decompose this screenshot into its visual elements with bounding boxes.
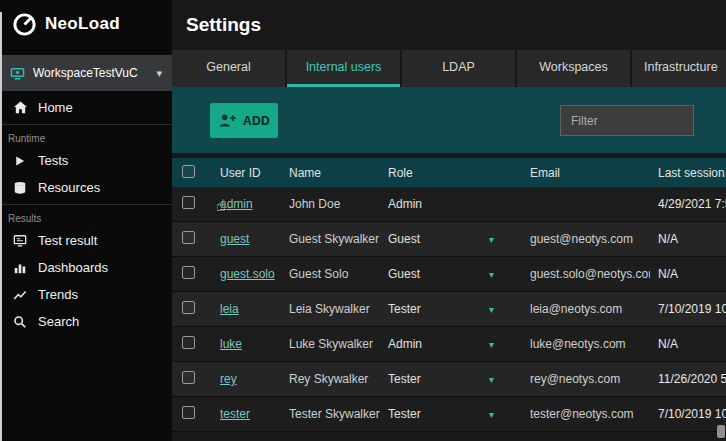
- sidebar-item-label: Dashboards: [38, 260, 108, 275]
- settings-tabs: General Internal users LDAP Workspaces I…: [172, 50, 726, 87]
- user-id-link[interactable]: rey: [220, 372, 237, 386]
- user-name: Rey Skywalker: [281, 372, 380, 386]
- role-value: Tester: [388, 372, 421, 386]
- column-header-last-session: Last session: [650, 166, 726, 180]
- sidebar-item-label: Home: [38, 100, 73, 115]
- last-session: N/A: [650, 337, 726, 351]
- table-row: tester Tester Skywalker Tester ▾ tester@…: [172, 397, 726, 432]
- user-id-link[interactable]: tester: [220, 407, 250, 421]
- user-id-link[interactable]: guest.solo: [220, 267, 275, 281]
- role-dropdown-icon[interactable]: ▾: [489, 269, 494, 280]
- search-icon: [12, 315, 28, 329]
- add-user-button[interactable]: ADD: [210, 103, 278, 138]
- sidebar-item-label: Search: [38, 314, 79, 329]
- user-name: Guest Solo: [281, 267, 380, 281]
- role-dropdown-icon[interactable]: ▾: [489, 304, 494, 315]
- role-value: Guest: [388, 232, 420, 246]
- user-id-link[interactable]: admin: [220, 197, 253, 211]
- workspace-icon: [10, 66, 25, 81]
- window-edge: [0, 12, 2, 441]
- table-row: rey Rey Skywalker Tester ▾ rey@neotys.co…: [172, 362, 726, 397]
- users-toolbar: ADD: [172, 87, 726, 153]
- user-email: luke@neotys.com: [522, 337, 650, 351]
- user-name: John Doe: [281, 197, 380, 211]
- role-value: Admin: [388, 197, 422, 211]
- sidebar-item-home[interactable]: Home: [0, 94, 172, 121]
- filter-input[interactable]: [560, 105, 694, 136]
- user-email: guest.solo@neotys.com: [522, 267, 650, 281]
- table-row: leia Leia Skywalker Tester ▾ leia@neotys…: [172, 292, 726, 327]
- last-session: N/A: [650, 232, 726, 246]
- app-logo-text: NeoLoad: [45, 14, 120, 34]
- row-checkbox[interactable]: [182, 406, 195, 419]
- user-name: Tester Skywalker: [281, 407, 380, 421]
- chevron-down-icon: ▾: [156, 67, 162, 80]
- app-logo: NeoLoad: [0, 0, 172, 48]
- sidebar-item-dashboards[interactable]: Dashboards: [0, 254, 172, 281]
- select-all-checkbox[interactable]: [182, 165, 195, 178]
- user-name: Leia Skywalker: [281, 302, 380, 316]
- table-header: User ID Name Role Email Last session: [172, 158, 726, 187]
- last-session: 7/10/2019 10:: [650, 302, 726, 316]
- section-label-runtime: Runtime: [0, 128, 172, 147]
- user-email: rey@neotys.com: [522, 372, 650, 386]
- sidebar-item-tests[interactable]: Tests: [0, 147, 172, 174]
- add-user-icon: [218, 113, 237, 128]
- tab-internal-users[interactable]: Internal users: [287, 50, 400, 87]
- tab-infrastructure[interactable]: Infrastructure: [632, 50, 726, 87]
- neoload-logo-icon: [12, 12, 37, 37]
- role-dropdown-icon[interactable]: ▾: [489, 374, 494, 385]
- user-id-link[interactable]: guest: [220, 232, 249, 246]
- sidebar-item-test-result[interactable]: Test result: [0, 227, 172, 254]
- page-header: Settings: [172, 0, 726, 50]
- sidebar-item-label: Trends: [38, 287, 78, 302]
- column-header-name: Name: [281, 166, 380, 180]
- user-email: leia@neotys.com: [522, 302, 650, 316]
- role-dropdown-icon[interactable]: ▾: [489, 339, 494, 350]
- table-row: luke Luke Skywalker Admin ▾ luke@neotys.…: [172, 327, 726, 362]
- user-email: guest@neotys.com: [522, 232, 650, 246]
- row-checkbox[interactable]: [182, 196, 195, 209]
- role-value: Tester: [388, 407, 421, 421]
- table-row: guest Guest Skywalker Guest ▾ guest@neot…: [172, 222, 726, 257]
- role-dropdown-icon[interactable]: ▾: [489, 234, 494, 245]
- row-checkbox[interactable]: [182, 231, 195, 244]
- user-id-link[interactable]: leia: [220, 302, 239, 316]
- user-id-link[interactable]: luke: [220, 337, 242, 351]
- last-session: 11/26/2020 5:: [650, 372, 726, 386]
- sidebar-item-resources[interactable]: Resources: [0, 174, 172, 201]
- tab-ldap[interactable]: LDAP: [402, 50, 515, 87]
- sidebar-item-label: Resources: [38, 180, 100, 195]
- sidebar: NeoLoad WorkspaceTestVuC ▾ Home Runtime: [0, 0, 172, 441]
- row-checkbox[interactable]: [182, 371, 195, 384]
- role-value: Tester: [388, 302, 421, 316]
- user-email: tester@neotys.com: [522, 407, 650, 421]
- bar-chart-icon: [12, 261, 28, 275]
- users-table-body: admin John Doe Admin 4/29/2021 7:5 guest…: [172, 187, 726, 432]
- tab-workspaces[interactable]: Workspaces: [517, 50, 630, 87]
- sidebar-item-trends[interactable]: Trends: [0, 281, 172, 308]
- section-label-results: Results: [0, 208, 172, 227]
- sidebar-item-search[interactable]: Search: [0, 308, 172, 335]
- home-icon: [12, 100, 28, 115]
- last-session: N/A: [650, 267, 726, 281]
- app-window: NeoLoad WorkspaceTestVuC ▾ Home Runtime: [0, 0, 726, 441]
- divider: [0, 204, 172, 205]
- scrollbar-thumb[interactable]: [717, 425, 725, 438]
- row-checkbox[interactable]: [182, 301, 195, 314]
- main-panel: Settings General Internal users LDAP Wor…: [172, 0, 726, 441]
- row-checkbox[interactable]: [182, 266, 195, 279]
- row-checkbox[interactable]: [182, 336, 195, 349]
- role-value: Guest: [388, 267, 420, 281]
- add-user-label: ADD: [243, 114, 270, 128]
- workspace-label: WorkspaceTestVuC: [33, 66, 138, 80]
- sidebar-nav: Home Runtime Tests Resources: [0, 94, 172, 335]
- column-header-email: Email: [522, 166, 650, 180]
- role-dropdown-icon[interactable]: ▾: [489, 409, 494, 420]
- sidebar-item-label: Test result: [38, 233, 97, 248]
- table-row: admin John Doe Admin 4/29/2021 7:5: [172, 187, 726, 222]
- trend-line-icon: [12, 288, 28, 302]
- tab-general[interactable]: General: [172, 50, 285, 87]
- user-name: Guest Skywalker: [281, 232, 380, 246]
- workspace-selector[interactable]: WorkspaceTestVuC ▾: [0, 55, 172, 91]
